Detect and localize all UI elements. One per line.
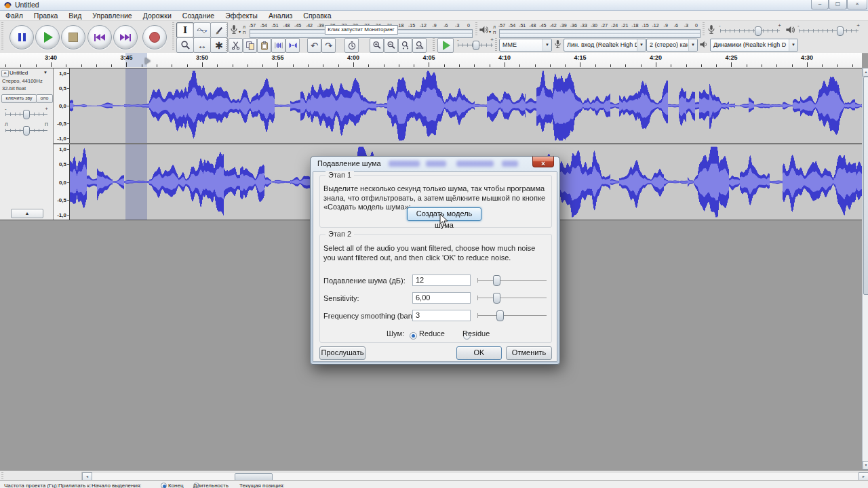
waveform-channel-left[interactable] <box>70 68 862 143</box>
length-radio-label[interactable]: Длительность <box>193 482 229 488</box>
sync-lock-button[interactable] <box>344 38 359 53</box>
play-meter-dropdown-arrow[interactable]: ▾ <box>489 29 491 34</box>
input-channels-value: 2 (стерео) кана <box>650 39 688 50</box>
vruler-label: 0,5 <box>59 85 66 91</box>
silence-audio-button[interactable] <box>285 38 300 53</box>
scroll-up-button[interactable]: ▲ <box>863 68 868 77</box>
play-button[interactable] <box>35 25 60 49</box>
minimize-button[interactable]: – <box>811 0 829 9</box>
fit-selection-button[interactable] <box>398 38 412 53</box>
track-menu-arrow[interactable]: ▼ <box>43 70 47 75</box>
paste-button[interactable] <box>257 38 271 53</box>
frequency-smoothing-slider-thumb[interactable] <box>496 310 504 321</box>
reduce-radio[interactable] <box>410 332 417 340</box>
record-meter[interactable]: -57-54-51-48-45-42-39-36-33-30-27-24-21-… <box>250 23 473 37</box>
toolbar-grip[interactable] <box>475 22 477 37</box>
sensitivity-slider-thumb[interactable] <box>493 293 500 304</box>
input-volume-thumb[interactable] <box>755 26 762 36</box>
menu-item[interactable]: Правка <box>28 11 63 20</box>
cancel-button[interactable]: Отменить <box>506 346 552 360</box>
sensitivity-input[interactable]: 6,00 <box>412 292 471 304</box>
zoom-in-button[interactable] <box>370 38 384 53</box>
menu-item[interactable]: Управление <box>87 11 137 20</box>
menu-item[interactable]: Создание <box>177 11 220 20</box>
magnifier-icon <box>180 40 191 50</box>
menu-item[interactable]: Вид <box>63 11 87 20</box>
noise-reduction-slider[interactable] <box>477 280 547 281</box>
menu-item[interactable]: Эффекты <box>220 11 263 20</box>
end-radio[interactable] <box>161 483 167 488</box>
toolbar-grip[interactable] <box>1 22 3 51</box>
preview-button[interactable]: Прослушать <box>319 346 366 360</box>
maximize-button[interactable]: ▢ <box>829 0 847 9</box>
playback-speed-slider[interactable]: -+ <box>457 40 494 49</box>
toolbar-grip[interactable] <box>226 22 228 37</box>
timeline-ruler[interactable]: 3:403:453:503:554:004:054:104:154:204:25… <box>0 53 862 68</box>
skip-to-start-button[interactable] <box>87 25 112 49</box>
solo-button[interactable]: оло <box>36 94 53 103</box>
toolbar-grip[interactable] <box>495 38 497 52</box>
pause-button[interactable] <box>9 25 34 49</box>
record-button[interactable] <box>142 25 167 49</box>
residue-radio-label[interactable]: Residue <box>462 329 490 339</box>
trim-audio-button[interactable] <box>271 38 285 53</box>
redo-button[interactable]: ↷ <box>321 38 336 53</box>
menu-item[interactable]: Файл <box>0 11 28 20</box>
output-volume-slider[interactable]: -+ <box>797 25 860 35</box>
envelope-tool-button[interactable] <box>193 22 211 38</box>
zoom-out-button[interactable] <box>384 38 398 53</box>
close-button[interactable]: × <box>847 0 867 9</box>
output-device-select[interactable]: Динамики (Realtek High D▼ <box>710 39 798 52</box>
playback-speed-thumb[interactable] <box>473 41 479 50</box>
stop-button[interactable] <box>61 25 85 49</box>
playback-meter[interactable]: -57-54-51-48-45-42-39-36-33-30-27-24-21-… <box>499 23 701 37</box>
play-meter-speaker-icon[interactable] <box>479 25 489 35</box>
toolbar-grip[interactable] <box>703 22 705 37</box>
play-at-speed-button[interactable] <box>437 38 454 53</box>
undo-button[interactable]: ↶ <box>307 38 321 53</box>
timeline-label: 4:15 <box>574 54 586 61</box>
end-radio-label[interactable]: Конец <box>168 482 184 488</box>
vertical-scrollbar[interactable]: ▲ ▼ <box>862 68 868 469</box>
menu-item[interactable]: Справка <box>298 11 336 20</box>
toolbar-grip[interactable] <box>433 38 435 52</box>
selection-tool-button[interactable]: I <box>176 22 194 38</box>
input-volume-slider[interactable]: -+ <box>719 25 781 35</box>
scroll-down-button[interactable]: ▼ <box>863 461 868 470</box>
copy-button[interactable] <box>243 38 257 53</box>
frequency-smoothing-input[interactable]: 3 <box>412 310 471 321</box>
dialog-close-button[interactable]: × <box>532 157 554 167</box>
menu-item[interactable]: Анализ <box>263 11 298 20</box>
time-shift-tool-button[interactable]: ↔ <box>193 37 211 53</box>
sensitivity-slider[interactable] <box>477 298 547 298</box>
frequency-smoothing-slider[interactable] <box>477 315 547 316</box>
mute-button[interactable]: ключить зву <box>1 94 37 103</box>
skip-to-end-button[interactable] <box>113 25 138 49</box>
input-device-select[interactable]: Лин. вход (Realtek High D▼ <box>564 39 646 52</box>
input-channels-select[interactable]: 2 (стерео) кана▼ <box>646 39 698 52</box>
toolbar-grip[interactable] <box>226 38 228 52</box>
record-meter-dropdown-arrow[interactable]: ▾ <box>239 29 241 34</box>
menu-item[interactable]: Дорожки <box>138 11 177 20</box>
noise-reduction-input[interactable]: 12 <box>412 274 471 286</box>
fit-project-button[interactable] <box>412 38 427 53</box>
host-select[interactable]: MME▼ <box>499 39 552 52</box>
output-volume-thumb[interactable] <box>837 26 844 36</box>
horizontal-scrollbar[interactable]: ◄ ► <box>0 470 868 481</box>
pan-slider[interactable]: Л П <box>5 124 48 135</box>
zoom-tool-button[interactable] <box>176 37 194 53</box>
gain-thumb[interactable] <box>23 110 30 119</box>
timeline-play-pointer[interactable] <box>145 58 151 64</box>
ok-button[interactable]: OK <box>456 346 502 360</box>
collapse-track-button[interactable]: ▲ <box>11 209 43 218</box>
toolbar-grip[interactable] <box>172 22 174 51</box>
noise-reduction-slider-thumb[interactable] <box>493 275 500 286</box>
vertical-scroll-thumb[interactable] <box>863 77 868 295</box>
dialog-title-bar[interactable]: Подавление шума × <box>311 157 559 171</box>
reduce-radio-label[interactable]: Reduce <box>419 329 445 339</box>
gain-slider[interactable]: - + <box>5 108 48 119</box>
record-meter-mic-icon[interactable] <box>229 24 239 35</box>
cut-button[interactable] <box>229 38 243 53</box>
pan-thumb[interactable] <box>23 126 30 136</box>
track-close-button[interactable]: × <box>1 70 9 77</box>
